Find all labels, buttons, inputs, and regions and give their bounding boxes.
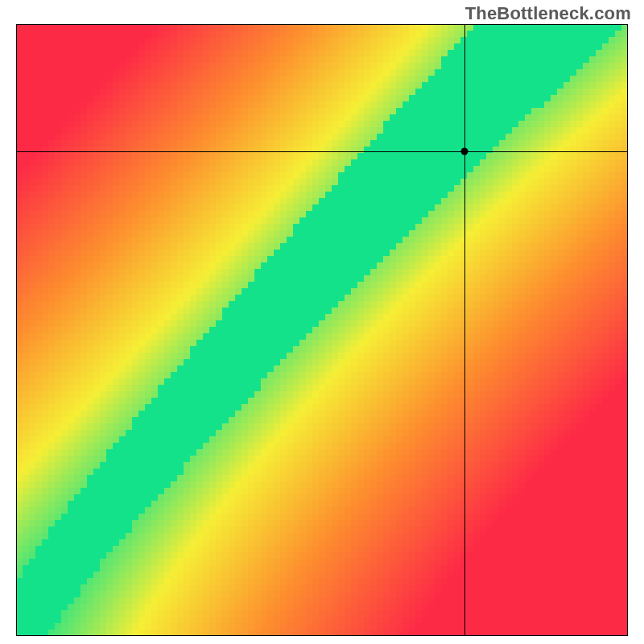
heatmap-canvas (16, 24, 628, 636)
bottleneck-heatmap: TheBottleneck.com (0, 0, 644, 644)
watermark-text: TheBottleneck.com (465, 3, 631, 24)
